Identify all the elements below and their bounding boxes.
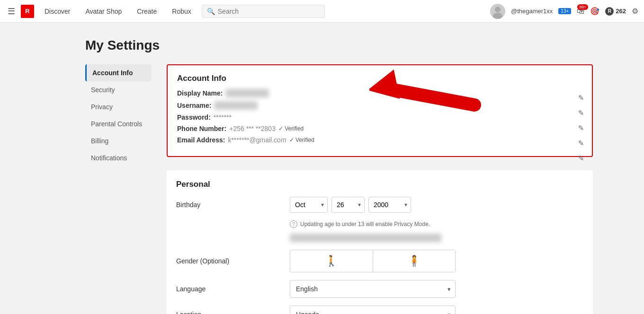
gender-row: Gender (Optional) 🚶 🧍 xyxy=(176,250,583,272)
gender-label: Gender (Optional) xyxy=(176,257,290,265)
gender-male-button[interactable]: 🚶 xyxy=(290,250,373,272)
hamburger-icon[interactable]: ☰ xyxy=(6,4,17,18)
email-verified-badge: ✓ Verified xyxy=(289,137,314,143)
display-name-row: Display Name: ████████ xyxy=(177,89,582,97)
personal-section: Personal Birthday JanFebMarApr MayJunJul… xyxy=(167,170,593,314)
sidebar-item-billing[interactable]: Billing xyxy=(85,132,152,149)
account-info-title: Account Info xyxy=(177,74,582,83)
robux-count: 262 xyxy=(616,8,626,15)
topnav-right: @thegamer1xx 13+ 🛍 99+ 🎯 R 262 ⚙ xyxy=(490,4,638,19)
age-badge: 13+ xyxy=(558,8,571,14)
password-label: Password: xyxy=(177,113,211,121)
username-info-label: Username: xyxy=(177,102,211,109)
phone-value: +256 *** **2803 xyxy=(229,125,276,132)
nav-discover[interactable]: Discover xyxy=(38,5,77,18)
sidebar-item-parental-controls[interactable]: Parental Controls xyxy=(85,115,152,132)
edit-display-name-icon[interactable]: ✎ xyxy=(578,94,584,102)
sidebar-item-privacy[interactable]: Privacy xyxy=(85,98,152,115)
notifications-icon[interactable]: 🛍 99+ xyxy=(577,7,584,16)
settings-icon[interactable]: ⚙ xyxy=(632,7,638,16)
search-icon: 🔍 xyxy=(207,8,215,15)
username-label: @thegamer1xx xyxy=(511,8,553,15)
email-row: Email Address: k*******@gmail.com ✓ Veri… xyxy=(177,136,582,144)
search-bar: 🔍 xyxy=(202,5,325,18)
sidebar-item-notifications[interactable]: Notifications xyxy=(85,149,152,166)
phone-label: Phone Number: xyxy=(177,125,226,132)
birthday-row: Birthday JanFebMarApr MayJunJulAug SepOc… xyxy=(176,197,583,213)
birthday-year-wrapper: 19981999200020012002 xyxy=(368,197,411,213)
gender-female-button[interactable]: 🧍 xyxy=(373,250,456,272)
search-input[interactable] xyxy=(218,8,320,15)
language-control: English Spanish French German Portuguese xyxy=(290,280,583,298)
location-row: Location United States Uganda United Kin… xyxy=(176,305,583,314)
settings-layout: Account Info Security Privacy Parental C… xyxy=(85,64,625,314)
birthday-day-wrapper: 2425262728 xyxy=(331,197,365,213)
sidebar-item-security[interactable]: Security xyxy=(85,81,152,98)
main-content: Account Info Display Name: ████████ User… xyxy=(167,64,593,314)
phone-verified-badge: ✓ Verified xyxy=(278,125,304,132)
birthday-month-select[interactable]: JanFebMarApr MayJunJulAug SepOctNovDec xyxy=(290,197,328,213)
nav-robux[interactable]: Robux xyxy=(165,5,197,18)
sidebar-item-account-info[interactable]: Account Info xyxy=(85,64,152,81)
nav-avatar-shop[interactable]: Avatar Shop xyxy=(79,5,128,18)
blurred-info-row xyxy=(176,234,583,242)
svg-point-0 xyxy=(495,7,501,12)
edit-phone-icon[interactable]: ✎ xyxy=(578,139,584,148)
roblox-logo: R xyxy=(21,5,34,18)
phone-row: Phone Number: +256 *** **2803 ✓ Verified xyxy=(177,125,582,132)
chat-icon[interactable]: 🎯 xyxy=(590,7,599,16)
topnav: ☰ R Discover Avatar Shop Create Robux 🔍 … xyxy=(0,0,644,23)
location-control: United States Uganda United Kingdom Keny… xyxy=(290,305,583,314)
nav-links: Discover Avatar Shop Create Robux xyxy=(38,5,198,18)
personal-title: Personal xyxy=(176,180,583,189)
location-label: Location xyxy=(176,311,290,314)
display-name-value: ████████ xyxy=(225,89,268,97)
password-value: ******* xyxy=(214,113,232,121)
account-info-box: Account Info Display Name: ████████ User… xyxy=(167,64,593,157)
email-label: Email Address: xyxy=(177,136,225,144)
language-dropdown-wrapper: English Spanish French German Portuguese xyxy=(290,280,456,298)
nav-create[interactable]: Create xyxy=(130,5,163,18)
edit-password-icon[interactable]: ✎ xyxy=(578,124,584,132)
language-row: Language English Spanish French German P… xyxy=(176,280,583,298)
password-row: Password: ******* xyxy=(177,113,582,121)
settings-page: My Settings Account Info Security Privac… xyxy=(0,23,644,314)
birthday-month-wrapper: JanFebMarApr MayJunJulAug SepOctNovDec xyxy=(290,197,328,213)
age-warning-text: Updating age to under 13 will enable Pri… xyxy=(300,221,430,227)
display-name-label: Display Name: xyxy=(177,89,223,97)
sidebar: Account Info Security Privacy Parental C… xyxy=(85,64,152,314)
info-icon: ? xyxy=(290,220,297,228)
edit-icons: ✎ ✎ ✎ ✎ ✎ xyxy=(578,94,584,163)
birthday-label: Birthday xyxy=(176,201,290,209)
age-warning: ? Updating age to under 13 will enable P… xyxy=(290,220,583,228)
language-label: Language xyxy=(176,285,290,293)
birthday-year-select[interactable]: 19981999200020012002 xyxy=(368,197,411,213)
gender-controls: 🚶 🧍 xyxy=(290,250,583,272)
robux-balance[interactable]: R 262 xyxy=(605,7,626,16)
avatar[interactable] xyxy=(490,4,505,19)
birthday-controls: JanFebMarApr MayJunJulAug SepOctNovDec 2… xyxy=(290,197,583,213)
robux-icon: R xyxy=(605,7,614,16)
svg-point-1 xyxy=(493,13,502,19)
language-select[interactable]: English Spanish French German Portuguese xyxy=(290,280,456,298)
location-select[interactable]: United States Uganda United Kingdom Keny… xyxy=(290,305,456,314)
username-row: Username: ████████ xyxy=(177,101,582,110)
username-info-value: ████████ xyxy=(214,101,257,110)
page-title: My Settings xyxy=(85,38,625,53)
notifications-count: 99+ xyxy=(577,4,588,10)
edit-email-icon[interactable]: ✎ xyxy=(578,154,584,163)
edit-username-icon[interactable]: ✎ xyxy=(578,109,584,117)
location-dropdown-wrapper: United States Uganda United Kingdom Keny… xyxy=(290,305,456,314)
birthday-day-select[interactable]: 2425262728 xyxy=(331,197,365,213)
gender-button-group: 🚶 🧍 xyxy=(290,250,456,272)
email-value: k*******@gmail.com xyxy=(228,136,286,144)
